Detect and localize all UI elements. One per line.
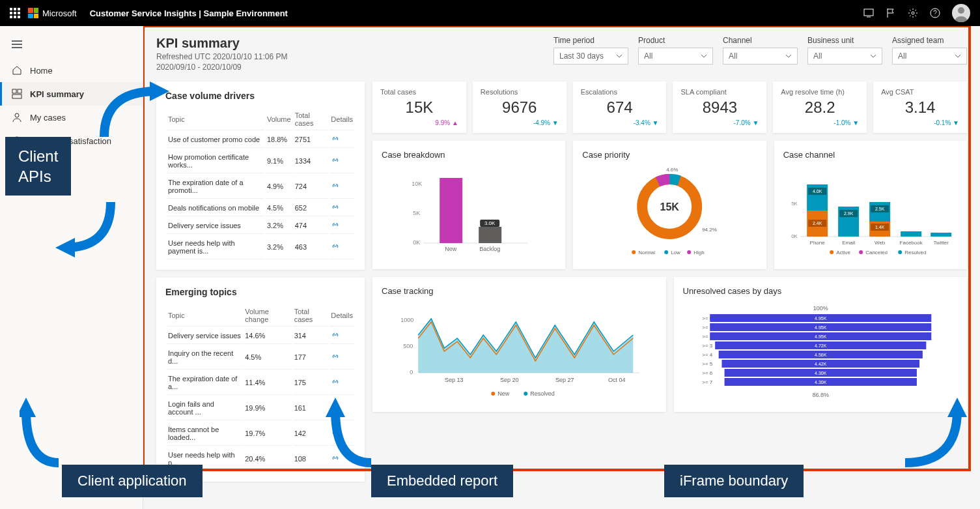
svg-text:Oct 04: Oct 04 [608, 377, 626, 383]
column-header[interactable]: Topic [167, 305, 242, 327]
filter-select[interactable]: All [638, 48, 713, 65]
filter-select[interactable]: Last 30 days [553, 48, 628, 65]
svg-text:4.6%: 4.6% [666, 167, 678, 173]
kpi-label: SLA compliant [680, 88, 759, 96]
link-icon [331, 136, 340, 142]
table-row[interactable]: Deals notifications on mobile 4.5% 652 [167, 200, 354, 216]
case-breakdown-chart: Case breakdown 10K 5K 0K 3.0K New Backlo… [372, 141, 565, 269]
svg-rect-48 [931, 233, 951, 237]
help-icon[interactable] [930, 8, 940, 18]
column-header[interactable]: Total cases [293, 305, 329, 327]
filter-select[interactable]: All [723, 48, 798, 65]
kpi-card: Avg resolve time (h) 28.2 -1.0% ▼ [773, 81, 867, 133]
column-header[interactable]: Topic [167, 109, 264, 130]
volume-cell: 3.2% [266, 235, 292, 259]
arrow-icon [46, 196, 124, 261]
filter-product: Product All [638, 36, 713, 65]
sidebar-item-label: Home [30, 66, 53, 76]
volume-cell: 4.5% [266, 200, 292, 216]
svg-text:2.5K: 2.5K [875, 207, 885, 211]
page-header: KPI summary Refreshed UTC 2020/10/10 11:… [156, 36, 287, 72]
kpi-label: Escalations [581, 88, 659, 96]
details-link[interactable] [329, 328, 354, 344]
app-launcher-icon[interactable] [10, 8, 20, 18]
link-icon [331, 182, 340, 189]
svg-text:Facebook: Facebook [899, 240, 923, 246]
svg-text:>= 7: >= 7 [702, 379, 713, 385]
svg-text:New: New [445, 246, 457, 252]
total-cell: 474 [294, 218, 329, 234]
column-header[interactable]: Details [329, 109, 354, 130]
hamburger-icon[interactable] [0, 31, 143, 59]
link-icon [331, 332, 340, 338]
total-cell: 175 [293, 371, 329, 395]
flag-icon[interactable] [886, 8, 896, 18]
table-row[interactable]: Delivery service issues 3.2% 474 [167, 218, 354, 234]
details-link[interactable] [329, 345, 354, 370]
kpi-value: 15K [380, 98, 458, 117]
filter-label: Channel [723, 36, 798, 45]
total-cell: 142 [293, 422, 329, 446]
table-row[interactable]: Inquiry on the recent d... 4.5% 177 [167, 345, 354, 370]
kpi-change: -1.0% ▼ [781, 119, 859, 126]
topic-cell: User needs help with payment is... [167, 235, 264, 259]
svg-point-7 [15, 113, 19, 117]
filter-label: Business unit [807, 36, 882, 45]
case-channel-chart: Case channel 5K 0K 4.0K 2.4K 2.9K 2.5K [774, 141, 967, 269]
svg-text:>= 3: >= 3 [702, 343, 713, 349]
table-row[interactable]: Use of customer promo code 18.8% 2751 [167, 132, 354, 148]
topic-cell: Delivery service issues [167, 218, 264, 234]
home-icon [12, 65, 22, 76]
column-header[interactable]: Volume [266, 109, 292, 130]
topic-cell: How promotion certificate works... [167, 149, 264, 173]
table-row[interactable]: Delivery service issues 14.6% 314 [167, 328, 354, 344]
gear-icon[interactable] [908, 8, 918, 18]
column-header[interactable]: Total cases [294, 109, 329, 130]
details-link[interactable] [329, 200, 354, 216]
svg-text:100%: 100% [813, 305, 828, 312]
table-row[interactable]: User needs help with payment is... 3.2% … [167, 235, 354, 259]
chevron-down-icon [616, 54, 623, 58]
column-header[interactable]: Volume change [244, 305, 291, 327]
total-cell: 1334 [294, 149, 329, 173]
column-header[interactable]: Details [329, 305, 354, 327]
table-row[interactable]: How promotion certificate works... 9.1% … [167, 149, 354, 173]
kpi-change: -7.0% ▼ [680, 119, 759, 126]
kpi-value: 3.14 [881, 98, 959, 117]
details-link[interactable] [329, 235, 354, 259]
screen-icon[interactable] [863, 8, 874, 18]
avatar[interactable] [952, 4, 970, 22]
svg-text:Resolved: Resolved [904, 250, 926, 255]
svg-point-27 [687, 250, 691, 254]
link-icon [331, 243, 340, 250]
svg-text:0: 0 [410, 369, 413, 375]
app-title: Customer Service Insights | Sample Envir… [90, 8, 288, 18]
arrow-icon [899, 378, 970, 469]
kpi-card: Total cases 15K 9.9% ▲ [372, 81, 466, 133]
volume-cell: 19.9% [244, 396, 291, 420]
svg-point-23 [632, 250, 636, 254]
callout-client-app: Client application [62, 465, 203, 497]
filter-select[interactable]: All [892, 48, 967, 65]
details-link[interactable] [329, 132, 354, 148]
volume-cell: 19.7% [244, 422, 291, 446]
svg-text:86.8%: 86.8% [812, 392, 829, 398]
topbar: Microsoft Customer Service Insights | Sa… [0, 0, 980, 26]
svg-text:500: 500 [403, 343, 413, 349]
svg-text:4.95K: 4.95K [815, 334, 827, 339]
svg-rect-4 [12, 89, 16, 93]
topic-cell: Items cannot be loaded... [167, 422, 242, 446]
table-row[interactable]: The expiration date of a promoti... 4.9%… [167, 175, 354, 199]
svg-rect-0 [864, 9, 873, 16]
filter-select[interactable]: All [807, 48, 882, 65]
svg-text:4.42K: 4.42K [815, 362, 827, 366]
details-link[interactable] [329, 218, 354, 234]
topic-cell: Inquiry on the recent d... [167, 345, 242, 370]
topic-cell: The expiration date of a promoti... [167, 175, 264, 199]
details-link[interactable] [329, 149, 354, 173]
topic-cell: Login fails and account ... [167, 396, 242, 420]
topic-cell: Use of customer promo code [167, 132, 264, 148]
details-link[interactable] [329, 175, 354, 199]
svg-text:Backlog: Backlog [479, 246, 500, 252]
callout-iframe: iFrame boundary [664, 465, 804, 497]
